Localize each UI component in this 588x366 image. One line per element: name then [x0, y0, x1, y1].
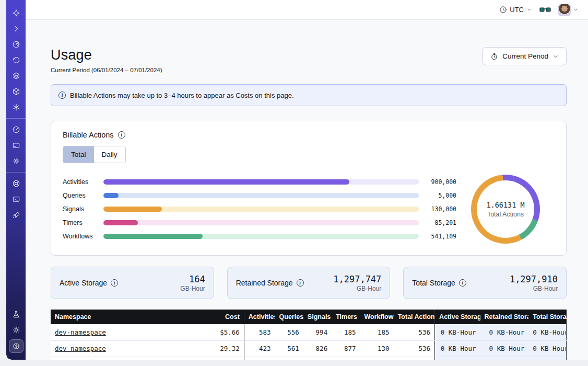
bar-value: 85,201 — [419, 219, 456, 226]
info-icon[interactable]: i — [297, 279, 304, 287]
bar-value: 900,000 — [419, 178, 456, 186]
donut-center: 1.66131 M Total Actions — [477, 180, 534, 238]
info-icon[interactable]: i — [118, 131, 125, 139]
total-storage-cell: 0 KB-Hour — [528, 324, 566, 340]
asterisk-icon[interactable] — [9, 101, 23, 113]
timers-cell: 877 — [332, 340, 360, 357]
sidebar-divider — [6, 118, 26, 119]
rocket-icon[interactable] — [9, 209, 23, 221]
storage-card-value: 1,297,747 — [333, 274, 381, 284]
glasses-icon[interactable] — [539, 6, 551, 14]
col-namespace: Namespace — [51, 310, 205, 324]
bar-row-workflows: Workflows 541,109 — [63, 230, 456, 243]
lifebuoy-icon[interactable] — [9, 177, 23, 190]
namespace-usage-table: Namespace Cost Activities Queries Signal… — [51, 310, 567, 360]
history-icon[interactable] — [9, 54, 23, 66]
credit-card-icon[interactable] — [9, 139, 23, 152]
donut-chart: 1.66131 M Total Actions — [456, 175, 555, 244]
total-storage-cell: 0 KB-Hour — [528, 340, 566, 357]
billable-actions-chart: Activities 900,000 Queries 5,000 Signals — [63, 175, 555, 244]
bar-row-timers: Timers 85,201 — [63, 216, 456, 230]
signals-cell: 883 — [303, 357, 332, 360]
tab-daily[interactable]: Daily — [94, 146, 125, 163]
monitor-icon[interactable] — [9, 193, 23, 205]
period-selector-button[interactable]: Current Period — [483, 47, 567, 65]
bar-label: Timers — [63, 219, 103, 226]
bar-track — [103, 220, 419, 225]
banner-text: Billable Actions may take up to 3–4 hour… — [70, 92, 294, 99]
chevron-down-icon — [573, 7, 579, 13]
cost-cell: $5.66 — [205, 324, 244, 340]
spiral-icon[interactable] — [9, 38, 23, 51]
active-storage-cell: 0 KB-Hour — [435, 324, 480, 340]
table-row: dev-namespace $3.35 492 536 883 816 600 … — [51, 357, 567, 360]
col-activities: Activities — [244, 310, 275, 324]
bar-label: Queries — [63, 192, 103, 199]
namespace-link[interactable]: dev-namespace — [55, 345, 106, 352]
storage-card-value: 1,297,910 — [510, 274, 558, 284]
timezone-label: UTC — [510, 6, 524, 14]
app-window: UTC Usage Current Period (06/01/2024 – 0… — [6, 0, 588, 360]
timezone-selector[interactable]: UTC — [499, 6, 532, 14]
total-storage-cell: 0 KB-Hour — [528, 357, 566, 360]
info-icon[interactable]: i — [111, 279, 118, 287]
bar-label: Signals — [63, 205, 103, 213]
usage-page: Usage Current Period (06/01/2024 – 07/01… — [26, 20, 588, 360]
sidebar — [6, 0, 26, 360]
bar-chart: Activities 900,000 Queries 5,000 Signals — [63, 175, 456, 243]
table-header-row: Namespace Cost Activities Queries Signal… — [51, 310, 567, 324]
total-actions-cell: 130 — [394, 357, 435, 360]
namespace-link[interactable]: dev-namespace — [55, 328, 106, 336]
total-actions-cell: 536 — [394, 340, 435, 357]
user-avatar — [558, 4, 571, 16]
layers-icon[interactable] — [9, 70, 23, 82]
signals-cell: 826 — [303, 340, 332, 357]
total-actions-label: Total Actions — [487, 211, 524, 218]
total-actions-value: 1.66131 M — [486, 201, 524, 209]
activities-cell: 583 — [244, 324, 275, 340]
storage-card-unit: GB-Hour — [333, 285, 381, 292]
workflows-cell: 185 — [360, 324, 393, 340]
page-subtitle: Current Period (06/01/2024 – 07/01/2024) — [51, 67, 162, 73]
pinwheel-logo-icon[interactable] — [9, 7, 23, 19]
cube-icon[interactable] — [9, 85, 23, 98]
retained-storage-cell: 0 KB-Hour — [480, 324, 529, 340]
storage-card-unit: GB-Hour — [180, 285, 205, 292]
gear-icon[interactable] — [9, 155, 23, 167]
retained-storage-card: Retained Storage i 1,297,747 GB-Hour — [227, 267, 391, 299]
chevron-down-icon — [552, 53, 559, 60]
col-retained-storage: Retained Storage — [480, 310, 529, 324]
page-title: Usage — [51, 47, 162, 63]
queries-cell: 561 — [275, 340, 303, 357]
chevron-right-icon[interactable] — [9, 22, 23, 35]
bar-fill — [103, 234, 203, 239]
workflows-cell: 600 — [360, 357, 393, 360]
tab-total[interactable]: Total — [63, 146, 94, 163]
gauge-icon[interactable] — [9, 123, 23, 136]
signals-cell: 994 — [303, 324, 332, 340]
total-actions-cell: 536 — [394, 324, 435, 340]
bar-fill — [103, 193, 119, 198]
active-storage-cell: 0 KB-Hour — [435, 357, 480, 360]
col-cost: Cost — [205, 310, 244, 324]
col-total-actions: Total Actions — [394, 310, 435, 324]
bar-label: Activities — [63, 178, 103, 186]
active-storage-card: Active Storage i 164 GB-Hour — [51, 267, 214, 299]
info-icon[interactable]: i — [459, 279, 466, 287]
flask-icon[interactable] — [9, 308, 23, 321]
cost-cell: 29.32 — [205, 340, 244, 357]
bar-value: 5,000 — [419, 192, 456, 199]
bar-track — [103, 207, 419, 212]
bar-track — [103, 193, 419, 198]
period-selector-label: Current Period — [502, 52, 548, 60]
storage-card-label: Total Storage — [412, 279, 455, 287]
queries-cell: 536 — [275, 357, 303, 360]
bar-track — [103, 179, 419, 185]
queries-cell: 556 — [275, 324, 303, 340]
user-menu[interactable] — [558, 4, 579, 16]
dollar-coin-icon[interactable] — [9, 339, 23, 353]
stopwatch-icon — [490, 52, 498, 61]
table-row: dev-namespace 29.32 423 561 826 877 130 … — [51, 340, 567, 357]
main-area: UTC Usage Current Period (06/01/2024 – 0… — [26, 0, 588, 360]
sun-icon[interactable] — [9, 324, 23, 336]
